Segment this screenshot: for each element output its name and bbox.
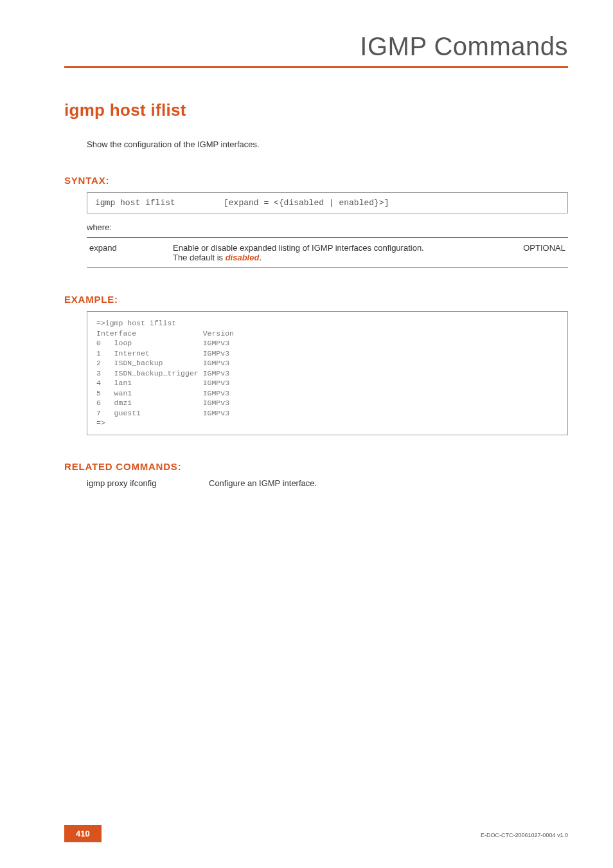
related-label: RELATED COMMANDS:	[64, 461, 568, 472]
table-row: expand Enable or disable expanded listin…	[87, 238, 568, 268]
parameter-table: expand Enable or disable expanded listin…	[87, 237, 568, 268]
param-name: expand	[87, 238, 170, 268]
example-label: EXAMPLE:	[64, 294, 568, 305]
where-label: where:	[87, 222, 568, 232]
syntax-box: igmp host iflist [expand = <{disabled | …	[87, 192, 568, 213]
param-default-value: disabled	[226, 253, 260, 262]
related-row: igmp proxy ifconfig Configure an IGMP in…	[87, 478, 568, 488]
chapter-title: IGMP Commands	[64, 32, 568, 61]
page-number: 410	[64, 825, 102, 842]
syntax-arguments: [expand = <{disabled | enabled}>]	[224, 198, 560, 208]
example-box: =>igmp host iflist Interface Version 0 l…	[87, 311, 568, 435]
param-optional: OPTIONAL	[504, 238, 568, 268]
syntax-command: igmp host iflist	[95, 198, 224, 208]
document-id: E-DOC-CTC-20061027-0004 v1.0	[481, 832, 568, 838]
syntax-label: SYNTAX:	[64, 175, 568, 186]
param-description: Enable or disable expanded listing of IG…	[170, 238, 504, 268]
related-command: igmp proxy ifconfig	[87, 478, 183, 488]
param-default-label: The default is	[173, 253, 226, 262]
related-description: Configure an IGMP interface.	[209, 478, 317, 488]
title-rule	[64, 66, 568, 68]
command-title: igmp host iflist	[64, 100, 568, 120]
command-description: Show the configuration of the IGMP inter…	[87, 140, 568, 149]
param-default-suffix: .	[259, 253, 262, 262]
param-desc-text: Enable or disable expanded listing of IG…	[173, 243, 424, 253]
page-footer: 410 E-DOC-CTC-20061027-0004 v1.0	[0, 826, 613, 842]
